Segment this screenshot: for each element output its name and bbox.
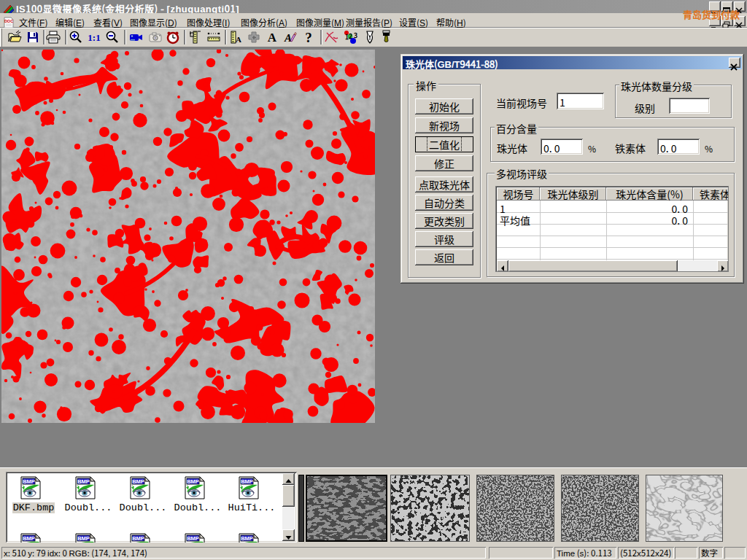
svg-text:BMP: BMP bbox=[187, 535, 199, 542]
svg-text:BMP: BMP bbox=[132, 535, 144, 542]
svg-text:3: 3 bbox=[354, 31, 357, 40]
svg-text:A: A bbox=[268, 31, 277, 44]
svg-text:BMP: BMP bbox=[241, 478, 253, 485]
svg-text:A: A bbox=[284, 32, 292, 44]
svg-text:1:1: 1:1 bbox=[88, 32, 100, 43]
svg-text:BMP: BMP bbox=[77, 535, 90, 542]
svg-text:BMP: BMP bbox=[23, 478, 35, 485]
svg-text:BMP: BMP bbox=[132, 478, 144, 485]
svg-text:DOC: DOC bbox=[4, 18, 13, 24]
svg-text:?: ? bbox=[305, 30, 312, 44]
svg-text:A: A bbox=[236, 35, 241, 44]
svg-text:BMP: BMP bbox=[23, 535, 35, 542]
svg-text:BMP: BMP bbox=[241, 535, 253, 542]
svg-text:BMP: BMP bbox=[77, 478, 90, 485]
svg-text:BMP: BMP bbox=[187, 478, 199, 485]
